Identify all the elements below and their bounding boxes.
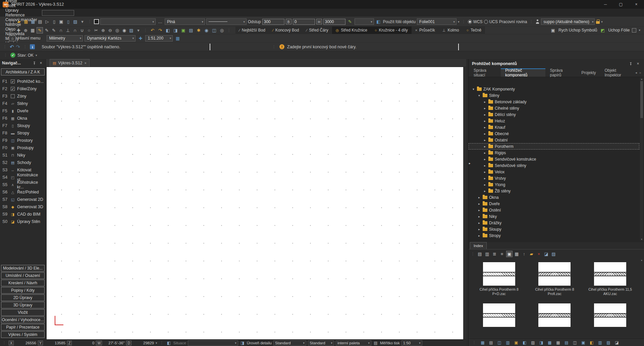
sidebar-category-button[interactable]: Papír / Prezentace <box>1 324 45 331</box>
wall-icon[interactable]: F4 ▱ Stěny <box>0 100 46 107</box>
sidebar-item[interactable]: F1 Prohlížeč ko... <box>0 78 46 85</box>
door-icon[interactable]: F5 ▮ Dveře <box>0 107 46 115</box>
sidebar-category-button[interactable]: Výkres / Systém <box>1 331 45 338</box>
style-combo[interactable]: ▾ <box>100 18 156 25</box>
tree-item[interactable]: ▸ Ytong <box>469 181 639 188</box>
tree-item[interactable]: ▸ Dělící stěny <box>469 111 639 118</box>
zoom-out-icon[interactable]: ⊖ <box>107 27 113 34</box>
tree-item[interactable]: ▸ Niky <box>469 213 639 220</box>
chevron-icon[interactable]: ▸ <box>483 119 487 123</box>
sidebar-category-button[interactable]: 3D Úpravy <box>1 302 45 308</box>
maximize-button[interactable]: ▢ <box>613 0 629 9</box>
generate-2d-icon[interactable]: S7 ◱ Generovat 2D <box>0 196 46 203</box>
panel-tab[interactable]: Správa papírů <box>545 68 577 77</box>
rows-tool-icon[interactable]: ▥ <box>505 340 511 345</box>
folder-up-icon[interactable]: ↑ <box>521 251 527 257</box>
view-front-icon[interactable]: ◧ <box>165 27 171 34</box>
tree-item[interactable]: ▸ Betonové základy <box>469 99 639 105</box>
snap-toggle[interactable]: ∕ Nejbližší Bod <box>235 26 269 34</box>
copy-icon[interactable]: ▣ <box>58 18 64 25</box>
sidebar-item[interactable]: F3 Zóny <box>0 93 46 100</box>
sidebar-category-button[interactable]: Vložit <box>1 309 45 316</box>
chevron-icon[interactable]: ▸ <box>483 138 487 142</box>
save-as-icon[interactable]: ▦ <box>23 18 29 25</box>
new-drawing-icon[interactable]: ▢ <box>9 18 15 25</box>
freehand-icon[interactable]: ✎ <box>51 27 57 34</box>
tree-item[interactable]: ▸ Ostění <box>469 207 639 213</box>
chevron-icon[interactable]: ▸ <box>477 228 481 231</box>
chevron-icon[interactable]: ▸ <box>483 177 487 180</box>
chevron-icon[interactable]: ▸ <box>483 145 487 148</box>
close-panel-icon[interactable]: × <box>38 60 44 66</box>
purge-doc-icon[interactable]: ▯ <box>51 18 57 25</box>
tripod-icon[interactable]: ✚ <box>137 35 144 42</box>
sheet-tool-icon[interactable]: ▤ <box>564 340 569 345</box>
drawing-tab[interactable]: ▤ Výkres-3.S12 × <box>50 59 90 67</box>
snap-toggle[interactable]: ∕ Střed Čáry <box>303 26 332 34</box>
panel-tab[interactable]: Projekty <box>577 68 600 77</box>
menu-search-input[interactable] <box>42 10 74 16</box>
spline-icon[interactable]: ∩ <box>58 27 64 34</box>
line-style-combo[interactable]: ▾ <box>206 18 247 25</box>
roof-icon[interactable]: S5 ∧ Konstrukce kr... <box>0 181 46 188</box>
chevron-icon[interactable]: ▸ <box>483 113 487 116</box>
display-tool-icon[interactable]: ◫ <box>497 340 502 345</box>
draw-line-icon[interactable]: ✎ <box>37 27 43 34</box>
cad-bim-icon[interactable]: S9 ◨ CAD do BIM <box>0 211 46 218</box>
h-input[interactable] <box>323 19 345 25</box>
circle-icon[interactable]: ○ <box>86 27 92 34</box>
tree-item[interactable]: ▸ ŽB stěny <box>469 188 639 194</box>
menu-item[interactable]: Kreslit <box>2 0 41 3</box>
dense-grid-icon[interactable]: ▩ <box>547 340 552 345</box>
more-caret-icon[interactable]: ▾ <box>135 27 142 34</box>
window-icon[interactable]: F6 ▦ Okna <box>0 115 46 122</box>
panel-tab[interactable]: Správa situací <box>469 68 501 77</box>
monitor-icon[interactable]: ◫ <box>211 27 217 34</box>
tree-item[interactable]: ▸ Sendvičové stěny <box>469 162 639 169</box>
component-thumbnail[interactable]: Cihel příčka Porotherm 8Profi.zac <box>527 258 583 296</box>
units-combo[interactable]: Milimetry▾ <box>47 35 83 42</box>
view-settings-icon[interactable]: ◎ <box>219 27 225 34</box>
chevron-icon[interactable]: ▸ <box>477 234 481 237</box>
tree-item[interactable]: ▸ Okna <box>469 194 639 200</box>
sidebar-category-button[interactable]: Modelování / 3D Ele... <box>1 265 45 272</box>
table-tool-icon[interactable]: ▤ <box>488 340 494 345</box>
material-icon[interactable]: ▤ <box>188 27 194 34</box>
tree-item[interactable]: ▸ Obecné <box>469 130 639 137</box>
chevron-icon[interactable]: ▸ <box>483 107 487 110</box>
chevron-icon[interactable]: ▸ <box>477 196 481 199</box>
generate-3d-icon[interactable]: S8 ◆ Generovat 3D <box>0 203 46 211</box>
chevron-icon[interactable]: ▸ <box>483 132 487 135</box>
canvas-scrollbar[interactable] <box>463 67 466 339</box>
eye-icon[interactable]: ◉ <box>121 27 127 34</box>
save-icon[interactable]: ▦ <box>30 18 36 25</box>
profile-combo[interactable]: suppo (Aktuálně načteno)▾ <box>541 18 595 25</box>
minimize-button[interactable]: ─ <box>598 0 613 9</box>
block-tool-icon[interactable]: ▣ <box>581 340 586 345</box>
snap-checkbox[interactable] <box>632 28 636 33</box>
tab-scroll-right-icon[interactable]: ▸ <box>640 71 641 74</box>
list-view-icon[interactable]: ≣ <box>491 251 498 257</box>
grid-view-icon[interactable]: ▦ <box>514 251 520 257</box>
tab-close-icon[interactable]: × <box>84 61 86 65</box>
snap-toggle[interactable]: ○ Tečně <box>463 26 485 34</box>
layer-snap-icon[interactable]: ◩ <box>599 27 606 34</box>
left-half-icon[interactable]: ◧ <box>589 340 594 345</box>
light-icon[interactable]: ✱ <box>196 27 202 34</box>
sidebar-item[interactable]: F2 Fólie/Zóny <box>0 85 46 93</box>
tree-item[interactable]: ▸ Drážky <box>469 220 639 226</box>
quick-snap-symbols-icon[interactable]: ▣ <box>550 27 556 34</box>
tree-item[interactable]: ▸ Rigips <box>469 150 639 156</box>
chevron-icon[interactable]: ▸ <box>483 189 487 193</box>
thumbnail-view-icon[interactable]: ▣ <box>506 251 513 257</box>
column-icon[interactable]: F7 ▯ Sloupy <box>0 122 46 129</box>
perpendicular-icon[interactable]: ⊥ <box>65 27 71 34</box>
arc-3pt-icon[interactable]: ∪ <box>79 27 85 34</box>
chevron-icon[interactable]: ▸ <box>483 164 487 167</box>
main-menu-button[interactable]: ⌂ Hlavní menu <box>9 36 40 41</box>
detail-level-combo[interactable]: Standard▾ <box>273 340 306 346</box>
side-view-icon[interactable]: ◨ <box>539 340 544 345</box>
node-snap-icon[interactable]: ⊕ <box>22 27 29 34</box>
tree-item[interactable]: ▾ Stěny <box>469 92 639 99</box>
style-standard-combo[interactable]: Standard▾ <box>308 340 334 346</box>
